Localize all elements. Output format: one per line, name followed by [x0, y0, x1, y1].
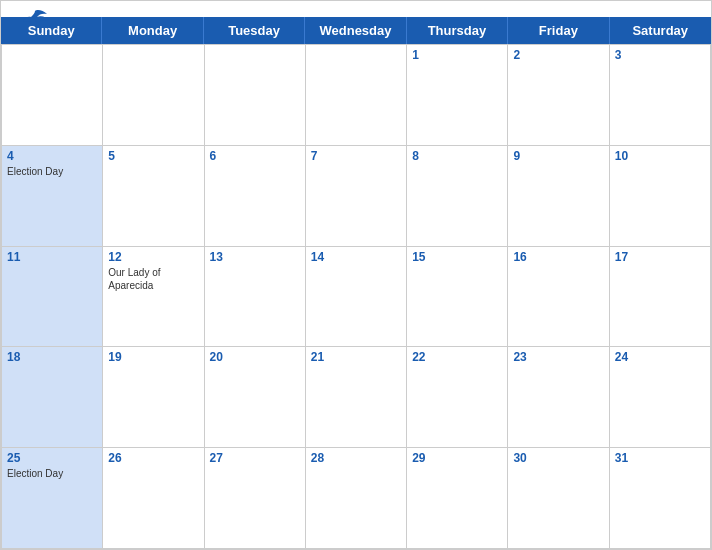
event-label: Our Lady of Aparecida [108, 266, 198, 292]
logo-bird-icon [21, 9, 49, 27]
day-number: 2 [513, 48, 603, 62]
day-number: 26 [108, 451, 198, 465]
day-number: 7 [311, 149, 401, 163]
logo [17, 9, 49, 27]
day-cell: 2 [508, 45, 609, 146]
day-cell: 9 [508, 146, 609, 247]
day-number: 16 [513, 250, 603, 264]
day-cell [103, 45, 204, 146]
header-wednesday: Wednesday [305, 17, 406, 44]
day-number: 11 [7, 250, 97, 264]
day-number: 24 [615, 350, 705, 364]
calendar-container: Sunday Monday Tuesday Wednesday Thursday… [0, 0, 712, 550]
day-number: 4 [7, 149, 97, 163]
header-friday: Friday [508, 17, 609, 44]
header-monday: Monday [102, 17, 203, 44]
day-cell: 10 [610, 146, 711, 247]
day-cell: 16 [508, 247, 609, 348]
event-label: Election Day [7, 165, 97, 178]
day-number: 10 [615, 149, 705, 163]
day-number: 3 [615, 48, 705, 62]
day-cell: 5 [103, 146, 204, 247]
day-cell: 3 [610, 45, 711, 146]
day-cell: 1 [407, 45, 508, 146]
day-cell: 31 [610, 448, 711, 549]
day-cell: 26 [103, 448, 204, 549]
day-cell: 13 [205, 247, 306, 348]
day-cell: 25Election Day [2, 448, 103, 549]
header-tuesday: Tuesday [204, 17, 305, 44]
day-number: 17 [615, 250, 705, 264]
day-number: 14 [311, 250, 401, 264]
day-cell: 27 [205, 448, 306, 549]
day-cell: 8 [407, 146, 508, 247]
day-cell: 21 [306, 347, 407, 448]
day-number: 28 [311, 451, 401, 465]
day-number: 6 [210, 149, 300, 163]
day-cell: 12Our Lady of Aparecida [103, 247, 204, 348]
day-number: 19 [108, 350, 198, 364]
day-headers-row: Sunday Monday Tuesday Wednesday Thursday… [1, 17, 711, 44]
day-cell: 23 [508, 347, 609, 448]
day-number: 1 [412, 48, 502, 62]
day-cell: 19 [103, 347, 204, 448]
day-cell: 24 [610, 347, 711, 448]
day-number: 31 [615, 451, 705, 465]
day-number: 25 [7, 451, 97, 465]
day-cell [205, 45, 306, 146]
calendar-header [1, 1, 711, 17]
day-number: 15 [412, 250, 502, 264]
day-number: 29 [412, 451, 502, 465]
event-label: Election Day [7, 467, 97, 480]
day-cell: 30 [508, 448, 609, 549]
day-number: 22 [412, 350, 502, 364]
day-number: 27 [210, 451, 300, 465]
calendar-grid: 1234Election Day56789101112Our Lady of A… [1, 44, 711, 549]
day-cell: 11 [2, 247, 103, 348]
day-cell [2, 45, 103, 146]
day-cell: 4Election Day [2, 146, 103, 247]
day-number: 20 [210, 350, 300, 364]
day-number: 18 [7, 350, 97, 364]
day-cell: 22 [407, 347, 508, 448]
day-cell: 15 [407, 247, 508, 348]
day-number: 23 [513, 350, 603, 364]
day-number: 12 [108, 250, 198, 264]
day-cell: 6 [205, 146, 306, 247]
day-number: 13 [210, 250, 300, 264]
day-cell: 28 [306, 448, 407, 549]
day-cell: 7 [306, 146, 407, 247]
day-number: 8 [412, 149, 502, 163]
day-cell [306, 45, 407, 146]
day-cell: 29 [407, 448, 508, 549]
header-saturday: Saturday [610, 17, 711, 44]
day-cell: 17 [610, 247, 711, 348]
day-number: 9 [513, 149, 603, 163]
day-cell: 14 [306, 247, 407, 348]
day-number: 30 [513, 451, 603, 465]
day-cell: 20 [205, 347, 306, 448]
day-cell: 18 [2, 347, 103, 448]
day-number: 5 [108, 149, 198, 163]
day-number: 21 [311, 350, 401, 364]
header-thursday: Thursday [407, 17, 508, 44]
